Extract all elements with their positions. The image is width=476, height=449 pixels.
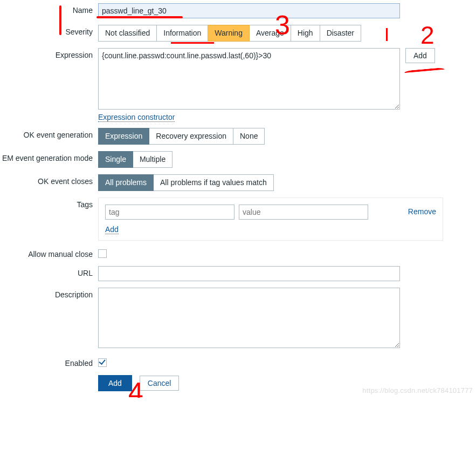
- em-mode-group: Single Multiple: [98, 151, 173, 168]
- label-ok-event-generation: OK event generation: [0, 128, 98, 139]
- okclose-all[interactable]: All problems: [98, 174, 154, 191]
- label-expression: Expression: [0, 48, 98, 59]
- severity-not-classified[interactable]: Not classified: [98, 25, 157, 42]
- submit-button[interactable]: Add: [98, 375, 132, 391]
- add-expression-button[interactable]: Add: [405, 48, 435, 63]
- label-tags: Tags: [0, 198, 98, 209]
- enabled-checkbox[interactable]: [98, 358, 107, 367]
- expression-textarea[interactable]: [98, 48, 400, 110]
- severity-average[interactable]: Average: [250, 25, 291, 42]
- label-ok-event-closes: OK event closes: [0, 174, 98, 186]
- cancel-button[interactable]: Cancel: [140, 376, 180, 391]
- footer-spacer: [0, 375, 98, 378]
- tag-name-input[interactable]: [105, 205, 234, 220]
- name-input[interactable]: [98, 3, 400, 18]
- watermark: https://blog.csdn.net/ck784101777: [362, 386, 473, 394]
- label-name: Name: [0, 3, 98, 15]
- expression-constructor-link[interactable]: Expression constructor: [98, 113, 175, 122]
- severity-information[interactable]: Information: [157, 25, 208, 42]
- url-input[interactable]: [98, 266, 400, 281]
- severity-group: Not classified Information Warning Avera…: [98, 25, 361, 42]
- severity-warning[interactable]: Warning: [208, 25, 250, 42]
- ok-event-generation-group: Expression Recovery expression None: [98, 128, 265, 145]
- okclose-tagmatch[interactable]: All problems if tag values match: [154, 174, 274, 191]
- label-url: URL: [0, 266, 98, 277]
- tag-add-link[interactable]: Add: [105, 225, 119, 234]
- label-enabled: Enabled: [0, 356, 98, 368]
- em-multiple[interactable]: Multiple: [133, 151, 173, 168]
- severity-disaster[interactable]: Disaster: [320, 25, 361, 42]
- okgen-expression[interactable]: Expression: [98, 128, 149, 145]
- ok-event-closes-group: All problems All problems if tag values …: [98, 174, 274, 191]
- tags-box: Remove Add: [98, 198, 443, 241]
- label-allow-manual-close: Allow manual close: [0, 247, 98, 258]
- allow-manual-close-checkbox[interactable]: [98, 249, 107, 258]
- description-textarea[interactable]: [98, 288, 400, 348]
- okgen-recovery[interactable]: Recovery expression: [149, 128, 233, 145]
- okgen-none[interactable]: None: [233, 128, 265, 145]
- tag-remove-link[interactable]: Remove: [408, 208, 436, 216]
- tag-row: Remove: [105, 205, 436, 220]
- tag-value-input[interactable]: [239, 205, 368, 220]
- em-single[interactable]: Single: [98, 151, 133, 168]
- label-description: Description: [0, 288, 98, 299]
- label-em-mode: EM event generation mode: [0, 151, 98, 162]
- severity-high[interactable]: High: [291, 25, 320, 42]
- label-severity: Severity: [0, 25, 98, 36]
